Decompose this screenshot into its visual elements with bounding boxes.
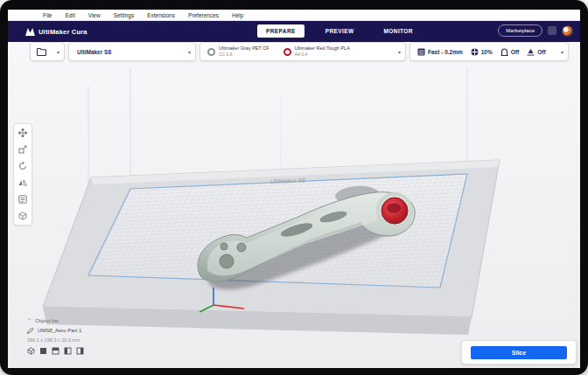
app-logo: UltiMaker Cura (25, 21, 88, 42)
chevron-down-icon: ▾ (398, 49, 401, 55)
object-list-panel: ⌃ Object list UMS8_Aero Part 1 260.1 x 1… (27, 317, 84, 355)
marketplace-button[interactable]: Marketplace (498, 24, 542, 37)
extruder-2-material-icon (284, 48, 291, 56)
menu-help[interactable]: Help (232, 12, 243, 18)
menu-file[interactable]: File (43, 12, 52, 18)
pencil-icon (27, 327, 34, 334)
menu-settings[interactable]: Settings (114, 12, 135, 18)
menu-view[interactable]: View (88, 12, 101, 18)
printer-selector[interactable]: UltiMaker S8 ▾ (68, 42, 196, 61)
cura-window: File Edit View Settings Extensions Prefe… (8, 10, 580, 368)
support-value: Off (511, 49, 519, 55)
printer-name: UltiMaker S8 (77, 49, 111, 55)
app-title: UltiMaker Cura (38, 28, 88, 36)
header-right-cluster: Marketplace (498, 24, 573, 37)
move-tool-button[interactable] (18, 128, 28, 138)
layer-height-icon (417, 48, 425, 56)
rotate-tool-button[interactable] (18, 161, 28, 171)
collapse-icon: ⌃ (27, 317, 32, 323)
support-setting: Off (500, 48, 519, 56)
object-list-header[interactable]: ⌃ Object list (27, 317, 84, 323)
tab-prepare[interactable]: PREPARE (257, 24, 304, 38)
plate-label: UltiMaker S8 (270, 177, 305, 184)
account-avatar[interactable] (562, 25, 573, 37)
view-top-icon[interactable] (52, 347, 60, 355)
view-presets (27, 347, 84, 355)
object-dimensions: 260.1 x 198.3 x 20.3 mm (27, 337, 84, 343)
material-configuration[interactable]: Ultimaker Gray PET CF CC 0.6 Ultimaker R… (200, 42, 406, 61)
print-settings-selector[interactable]: Fast - 0.2mm 10% Off Off ▾ (410, 42, 569, 61)
adhesion-icon (527, 48, 535, 56)
tab-preview[interactable]: PREVIEW (317, 24, 363, 38)
viewport-3d[interactable]: UltiMaker S8 (8, 42, 580, 368)
adhesion-setting: Off (527, 48, 545, 56)
menu-edit[interactable]: Edit (65, 12, 74, 18)
adhesion-value: Off (537, 49, 545, 55)
menu-extensions[interactable]: Extensions (147, 12, 175, 18)
chevron-down-icon: ▾ (57, 49, 60, 55)
extruder-1-material-icon (207, 48, 215, 56)
slice-button[interactable]: Slice (471, 346, 567, 359)
object-name: UMS8_Aero Part 1 (38, 328, 81, 333)
support-icon (500, 48, 508, 56)
infill-setting: 10% (471, 48, 493, 56)
extruder-2[interactable]: Ultimaker Red Tough PLA AA 0.4 (284, 45, 350, 57)
tool-panel (13, 123, 32, 226)
view-right-icon[interactable] (76, 347, 84, 355)
infill-value: 10% (481, 49, 493, 55)
extruder-2-core: AA 0.4 (295, 52, 350, 57)
tab-monitor[interactable]: MONITOR (375, 24, 422, 38)
monitor-frame: File Edit View Settings Extensions Prefe… (0, 0, 588, 375)
extruder-1-core: CC 0.6 (219, 52, 270, 57)
profile-value: Fast - 0.2mm (428, 49, 463, 55)
stage-tabs: PREPARE PREVIEW MONITOR (257, 24, 422, 38)
folder-icon (37, 48, 46, 56)
profile-setting: Fast - 0.2mm (417, 48, 463, 56)
menu-preferences[interactable]: Preferences (188, 12, 219, 18)
per-model-settings-tool-button[interactable] (18, 194, 28, 205)
object-list-item[interactable]: UMS8_Aero Part 1 (27, 327, 84, 334)
app-header: UltiMaker Cura PREPARE PREVIEW MONITOR M… (8, 21, 580, 42)
extruder-1[interactable]: Ultimaker Gray PET CF CC 0.6 (207, 45, 270, 57)
ultimaker-logo-icon (25, 28, 35, 36)
chevron-down-icon: ▾ (188, 49, 191, 55)
support-blocker-tool-button[interactable] (18, 211, 28, 221)
menu-bar: File Edit View Settings Extensions Prefe… (8, 10, 580, 21)
chevron-down-icon: ▾ (561, 49, 564, 55)
extruder-1-material: Ultimaker Gray PET CF (219, 45, 270, 52)
scale-tool-button[interactable] (18, 144, 28, 155)
infill-icon (471, 48, 479, 56)
object-list-title: Object list (35, 318, 58, 323)
view-3d-icon[interactable] (27, 347, 35, 355)
view-left-icon[interactable] (64, 347, 72, 355)
application-switcher-icon[interactable] (548, 26, 556, 35)
mirror-tool-button[interactable] (18, 177, 28, 188)
build-plate-scene: UltiMaker S8 (8, 42, 580, 368)
action-panel: Slice (461, 340, 577, 365)
open-file-button[interactable]: ▾ (30, 42, 65, 61)
view-front-icon[interactable] (39, 347, 47, 355)
extruder-2-material: Ultimaker Red Tough PLA (295, 45, 350, 52)
